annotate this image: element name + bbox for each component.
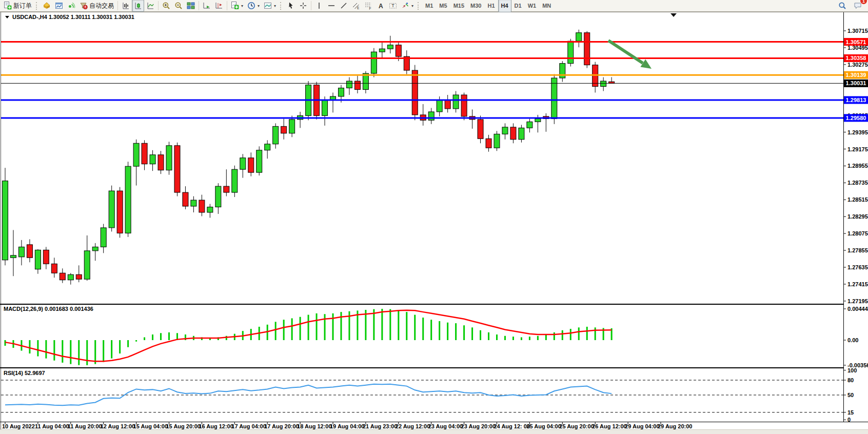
timeframe-button-m5[interactable]: M5 (436, 0, 450, 12)
macd-histogram-bar (111, 340, 112, 359)
bull-candle (84, 251, 90, 279)
candlestick-icon (134, 2, 142, 10)
price-level-badge-label: 1.29580 (846, 115, 866, 121)
equidistant-channel-button[interactable]: E (350, 0, 362, 12)
macd-histogram-bar (496, 334, 498, 340)
macd-histogram-bar (29, 340, 30, 353)
chart-symbol-title: USDCAD-,H4 1.30052 1.30111 1.30031 1.300… (12, 14, 134, 20)
bull-candle (101, 228, 106, 247)
templates-button[interactable]: ▾ (262, 0, 278, 12)
notification-badge[interactable]: 1 (860, 0, 867, 5)
timeframe-button-h1[interactable]: H1 (484, 0, 498, 12)
macd-histogram-bar (430, 320, 432, 340)
chevron-down-icon[interactable]: ▾ (258, 4, 260, 8)
timeframe-button-m1[interactable]: M1 (422, 0, 436, 12)
arrows-button[interactable]: ▾ (399, 0, 416, 12)
bull-candle (191, 200, 196, 206)
bull-candle (601, 81, 606, 86)
macd-histogram-bar (406, 312, 407, 340)
rsi-axis-label: 100 (847, 367, 857, 373)
macd-histogram-bar (103, 340, 104, 362)
price-tick-label: 1.29175 (847, 146, 868, 152)
timeframe-button-d1[interactable]: D1 (511, 0, 525, 12)
signals-button[interactable] (65, 0, 77, 12)
bull-candle (18, 247, 24, 257)
bull-candle (371, 52, 377, 73)
tile-windows-button[interactable] (185, 0, 197, 12)
vertical-line-button[interactable] (313, 0, 325, 12)
bull-candle (338, 88, 344, 96)
svg-text:E: E (357, 6, 360, 10)
bull-candle (166, 146, 172, 170)
bull-candle (240, 158, 246, 169)
date-tick-label: 16 Aug 12:00 (199, 423, 233, 429)
chart-shift-button[interactable] (213, 0, 225, 12)
macd-histogram-bar (275, 322, 277, 340)
crosshair-button[interactable] (297, 0, 309, 12)
timeframe-button-w1[interactable]: W1 (525, 0, 540, 12)
text-label-button[interactable]: T (387, 0, 399, 12)
chart-area[interactable]: 1.307151.304951.302751.300551.298351.296… (0, 0, 868, 434)
cursor-button[interactable] (285, 0, 297, 12)
bull-candle (519, 128, 524, 139)
zoom-out-button[interactable] (172, 0, 185, 12)
autotrading-button[interactable]: 自动交易 (77, 0, 116, 12)
bear-candle (584, 33, 590, 65)
bull-candle (502, 127, 508, 134)
bull-candle (125, 166, 131, 233)
price-level-badge-label: 1.30139 (846, 72, 866, 78)
toolbar-separator (280, 2, 283, 10)
timeframe-button-m15[interactable]: M15 (450, 0, 467, 12)
search-button[interactable] (836, 0, 849, 12)
date-tick-label: 19 Aug 04:00 (330, 423, 364, 429)
indicators-button[interactable]: ▾ (229, 0, 245, 12)
market-window-button[interactable] (53, 0, 65, 12)
text-button[interactable]: A (374, 0, 387, 12)
bear-candle (51, 264, 57, 273)
toolbar-separator (199, 1, 199, 10)
price-level-badge-label: 1.30031 (846, 80, 866, 86)
bull-candle (265, 144, 270, 150)
new-order-icon (4, 2, 12, 10)
macd-histogram-bar (78, 340, 80, 365)
macd-histogram-bar (488, 332, 489, 340)
macd-histogram-bar (70, 340, 71, 364)
price-tick-label: 1.28515 (847, 196, 868, 203)
zoom-in-button[interactable] (160, 0, 172, 12)
chevron-down-icon[interactable]: ▾ (241, 4, 243, 8)
bear-candle (27, 245, 32, 258)
auto-scroll-button[interactable] (201, 0, 213, 12)
chevron-down-icon[interactable]: ▾ (411, 4, 413, 8)
horizontal-line-button[interactable] (325, 0, 338, 12)
timeframe-button-h4[interactable]: H4 (498, 0, 511, 12)
timeframe-button-mn[interactable]: MN (539, 0, 554, 12)
line-chart-button[interactable] (144, 0, 156, 12)
candlestick-button[interactable] (132, 0, 144, 12)
bear-candle (510, 127, 516, 140)
bear-candle (396, 45, 401, 56)
fibonacci-button[interactable]: F (362, 0, 374, 12)
macd-histogram-bar (144, 338, 145, 340)
macd-histogram-bar (512, 337, 514, 340)
charts-stack-button[interactable] (41, 0, 53, 12)
new-order-button[interactable]: 新订单 (2, 0, 34, 12)
macd-histogram-bar (316, 313, 318, 340)
bull-candle (568, 41, 574, 63)
toolbar-separator (418, 2, 420, 10)
autotrading-button-label: 自动交易 (89, 2, 114, 10)
bull-candle (494, 134, 500, 148)
timeframe-button-m30[interactable]: M30 (467, 0, 484, 12)
macd-histogram-bar (324, 314, 326, 340)
macd-histogram-bar (168, 332, 170, 340)
bar-chart-button[interactable] (120, 0, 132, 12)
macd-histogram-bar (94, 340, 96, 364)
cursor-icon (287, 2, 295, 10)
trendline-button[interactable] (338, 0, 350, 12)
bull-candle (150, 155, 155, 164)
macd-histogram-bar (86, 340, 88, 365)
macd-histogram-bar (586, 327, 588, 340)
periods-button[interactable]: ▾ (245, 0, 262, 12)
chevron-down-icon[interactable]: ▾ (274, 4, 276, 8)
macd-histogram-bar (504, 336, 506, 340)
bull-candle (133, 143, 139, 166)
